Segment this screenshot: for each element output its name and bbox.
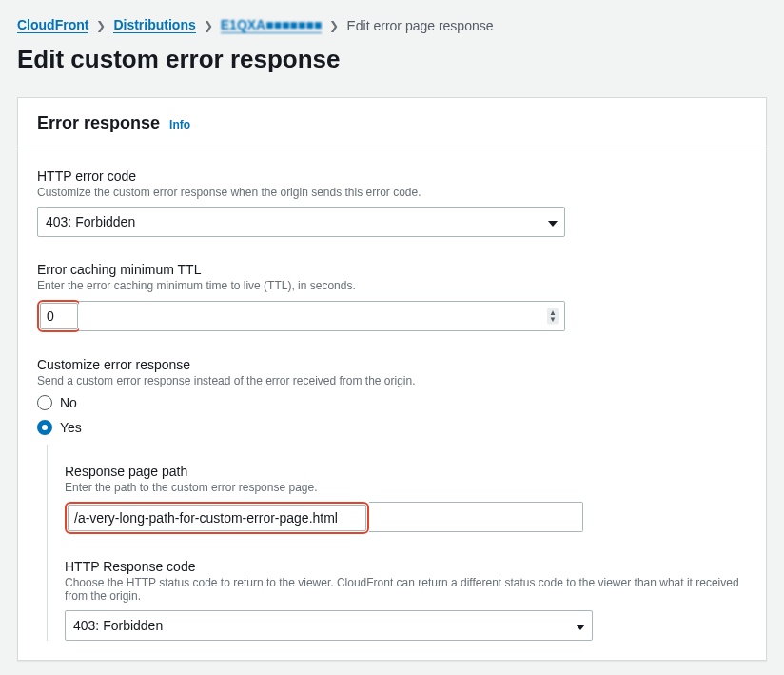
radio-yes[interactable]: Yes	[37, 420, 747, 435]
field-label: Response page path	[65, 464, 747, 479]
breadcrumb-distribution-id[interactable]: E1QXA■■■■■■■	[221, 17, 323, 33]
response-page-path-field: Response page path Enter the path to the…	[65, 464, 747, 534]
radio-no[interactable]: No	[37, 395, 747, 410]
field-label: Error caching minimum TTL	[37, 262, 747, 277]
breadcrumb-current: Edit error page response	[346, 18, 493, 33]
ttl-input[interactable]	[40, 303, 78, 329]
field-help: Enter the path to the custom error respo…	[65, 481, 747, 494]
http-error-code-field: HTTP error code Customize the custom err…	[37, 169, 747, 237]
customize-nested-section: Response page path Enter the path to the…	[47, 445, 747, 641]
info-link[interactable]: Info	[169, 118, 190, 131]
field-help: Choose the HTTP status code to return to…	[65, 576, 747, 603]
breadcrumb-cloudfront[interactable]: CloudFront	[17, 17, 88, 33]
http-response-code-field: HTTP Response code Choose the HTTP statu…	[65, 559, 747, 641]
chevron-right-icon: ❯	[329, 19, 339, 32]
page-title: Edit custom error response	[17, 45, 767, 74]
field-label: HTTP Response code	[65, 559, 747, 574]
chevron-right-icon: ❯	[204, 19, 213, 32]
field-help: Customize the custom error response when…	[37, 186, 747, 199]
error-caching-ttl-field: Error caching minimum TTL Enter the erro…	[37, 262, 747, 332]
http-error-code-select[interactable]: 403: Forbidden	[37, 207, 565, 237]
response-page-path-input[interactable]	[68, 505, 366, 531]
radio-label: No	[60, 395, 77, 410]
panel-title: Error response	[37, 113, 160, 133]
radio-icon-selected	[37, 420, 52, 435]
panel-header: Error response Info	[18, 98, 766, 149]
http-response-code-select[interactable]: 403: Forbidden	[65, 610, 593, 641]
customize-error-response-field: Customize error response Send a custom e…	[37, 357, 747, 435]
field-help: Enter the error caching minimum time to …	[37, 279, 747, 292]
chevron-right-icon: ❯	[96, 19, 106, 32]
field-label: Customize error response	[37, 357, 747, 372]
field-help: Send a custom error response instead of …	[37, 374, 747, 387]
field-label: HTTP error code	[37, 169, 747, 184]
number-stepper-icon[interactable]: ▲▼	[547, 308, 559, 325]
breadcrumb-distributions[interactable]: Distributions	[113, 17, 195, 33]
radio-label: Yes	[60, 420, 82, 435]
panel-body: HTTP error code Customize the custom err…	[18, 149, 766, 660]
error-response-panel: Error response Info HTTP error code Cust…	[17, 97, 767, 661]
breadcrumb: CloudFront ❯ Distributions ❯ E1QXA■■■■■■…	[17, 17, 767, 33]
radio-icon	[37, 395, 52, 410]
